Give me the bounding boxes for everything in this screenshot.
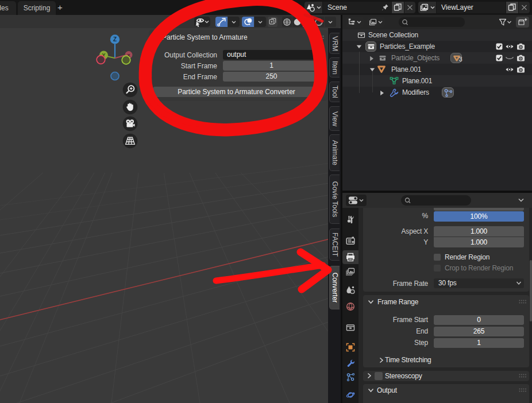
- svg-text:Z: Z: [113, 36, 117, 42]
